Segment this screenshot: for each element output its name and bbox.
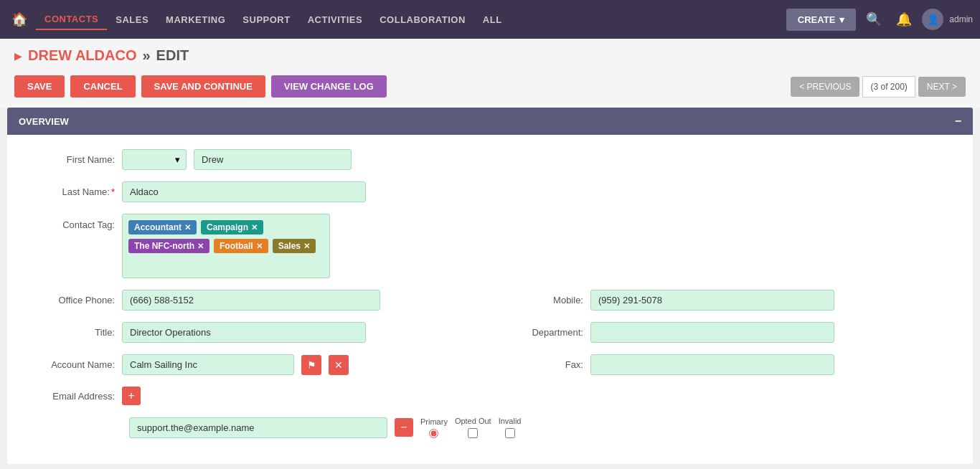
- page-header: ▶ DREW ALDACO » EDIT: [0, 39, 980, 70]
- create-label: CREATE: [798, 14, 835, 25]
- mobile-input[interactable]: [590, 290, 834, 311]
- account-row: Account Name: ⚑ ✕ Fax:: [29, 354, 951, 375]
- title-input[interactable]: [122, 322, 366, 343]
- opted-out-label: Opted Out: [455, 417, 491, 425]
- play-icon[interactable]: ▶: [14, 50, 22, 62]
- tag-sales[interactable]: Sales ✕: [273, 239, 316, 253]
- office-phone-label: Office Phone:: [29, 295, 115, 305]
- tags-container[interactable]: Accountant ✕ Campaign ✕ The NFC-north ✕ …: [122, 214, 330, 278]
- email-input[interactable]: [129, 417, 387, 438]
- invalid-group: Invalid: [499, 417, 522, 438]
- avatar-icon: 👤: [927, 14, 939, 25]
- primary-radio[interactable]: [429, 429, 438, 438]
- nav-sales[interactable]: SALES: [107, 10, 157, 29]
- last-name-row: Last Name:: [29, 181, 951, 202]
- nav-all[interactable]: ALL: [474, 10, 511, 29]
- save-button[interactable]: SAVE: [14, 75, 65, 98]
- admin-label: admin: [949, 14, 973, 24]
- pagination-area: < PREVIOUS (3 of 200) NEXT >: [791, 76, 966, 98]
- tag-accountant-label: Accountant: [134, 222, 182, 232]
- primary-radio-group: Primary: [420, 417, 448, 438]
- department-label: Department:: [497, 327, 583, 338]
- contact-tag-label: Contact Tag:: [29, 219, 115, 230]
- nav-marketing[interactable]: MARKETING: [157, 10, 234, 29]
- nav-support[interactable]: SUPPORT: [234, 10, 298, 29]
- first-name-label: First Name:: [29, 154, 115, 165]
- top-navigation: 🏠 CONTACTS SALES MARKETING SUPPORT ACTIV…: [0, 0, 980, 39]
- account-name-input[interactable]: [122, 354, 294, 375]
- tag-campaign[interactable]: Campaign ✕: [201, 220, 263, 234]
- dropdown-chevron-icon: ▾: [175, 154, 180, 165]
- fax-input[interactable]: [590, 354, 834, 375]
- collapse-icon[interactable]: −: [955, 115, 961, 128]
- title-group: Title:: [29, 322, 483, 343]
- last-name-label: Last Name:: [29, 186, 115, 197]
- view-change-log-button[interactable]: VIEW CHANGE LOG: [271, 75, 387, 98]
- nav-contacts[interactable]: CONTACTS: [36, 9, 107, 30]
- tag-nfc-north[interactable]: The NFC-north ✕: [128, 239, 209, 253]
- tag-campaign-label: Campaign: [207, 222, 248, 232]
- mobile-label: Mobile:: [497, 295, 583, 305]
- last-name-input[interactable]: [122, 181, 366, 202]
- first-name-row: First Name: ▾: [29, 149, 951, 170]
- email-input-row: − Primary Opted Out Invalid: [129, 417, 951, 438]
- tag-sales-remove[interactable]: ✕: [303, 242, 310, 251]
- tag-nfc-north-label: The NFC-north: [134, 241, 194, 251]
- overview-section: OVERVIEW − First Name: ▾ Last Name:: [7, 108, 973, 464]
- opted-out-checkbox[interactable]: [468, 428, 478, 438]
- department-input[interactable]: [590, 322, 834, 343]
- tag-sales-label: Sales: [278, 241, 301, 251]
- account-link-button[interactable]: ⚑: [301, 355, 321, 375]
- overview-title: OVERVIEW: [19, 116, 69, 127]
- notifications-icon[interactable]: 🔔: [892, 7, 916, 32]
- previous-button[interactable]: < PREVIOUS: [791, 77, 859, 97]
- contact-tag-row: Contact Tag: Accountant ✕ Campaign ✕ The…: [29, 214, 951, 278]
- tag-football-label: Football: [220, 241, 253, 251]
- fax-label: Fax:: [497, 359, 583, 370]
- breadcrumb-separator: »: [142, 47, 150, 64]
- account-name-label: Account Name:: [29, 359, 115, 370]
- remove-email-button[interactable]: −: [395, 418, 413, 437]
- tag-football[interactable]: Football ✕: [214, 239, 268, 253]
- phone-row: Office Phone: Mobile:: [29, 290, 951, 311]
- department-group: Department:: [497, 322, 951, 343]
- tag-accountant-remove[interactable]: ✕: [184, 223, 191, 232]
- title-label: Title:: [29, 327, 115, 338]
- breadcrumb-name: DREW ALDACO: [28, 47, 136, 64]
- action-bar: SAVE CANCEL SAVE AND CONTINUE VIEW CHANG…: [0, 70, 980, 108]
- save-and-continue-button[interactable]: SAVE AND CONTINUE: [141, 75, 265, 98]
- nav-right: CREATE ▾ 🔍 🔔 👤 admin: [786, 7, 973, 32]
- nav-activities[interactable]: ACTIVITIES: [299, 10, 372, 29]
- cancel-button[interactable]: CANCEL: [70, 75, 135, 98]
- opted-out-group: Opted Out: [455, 417, 491, 438]
- account-clear-button[interactable]: ✕: [329, 355, 349, 375]
- nav-collaboration[interactable]: COLLABORATION: [371, 10, 474, 29]
- title-dropdown[interactable]: ▾: [122, 149, 187, 170]
- nav-links: CONTACTS SALES MARKETING SUPPORT ACTIVIT…: [36, 9, 786, 30]
- invalid-checkbox[interactable]: [505, 428, 515, 438]
- tag-campaign-remove[interactable]: ✕: [251, 223, 258, 232]
- tag-accountant[interactable]: Accountant ✕: [128, 220, 197, 234]
- overview-header: OVERVIEW −: [7, 108, 973, 135]
- tag-nfc-north-remove[interactable]: ✕: [197, 242, 204, 251]
- title-row: Title: Department:: [29, 322, 951, 343]
- add-email-button[interactable]: +: [122, 387, 141, 405]
- search-icon[interactable]: 🔍: [862, 7, 886, 32]
- next-button[interactable]: NEXT >: [918, 77, 966, 97]
- office-phone-input[interactable]: [122, 290, 380, 311]
- email-row: Email Address: +: [29, 387, 951, 405]
- email-address-label: Email Address:: [29, 391, 115, 402]
- home-icon[interactable]: 🏠: [7, 7, 32, 32]
- pagination-info: (3 of 200): [862, 76, 915, 98]
- email-add-group: Email Address: +: [29, 387, 141, 405]
- avatar[interactable]: 👤: [922, 9, 943, 30]
- last-name-group: Last Name:: [29, 181, 366, 202]
- invalid-label: Invalid: [499, 417, 522, 425]
- overview-body: First Name: ▾ Last Name: Contact Tag:: [7, 135, 973, 464]
- create-button[interactable]: CREATE ▾: [786, 9, 856, 31]
- contact-tag-group: Contact Tag: Accountant ✕ Campaign ✕ The…: [29, 214, 330, 278]
- primary-label: Primary: [420, 417, 448, 426]
- breadcrumb-mode: EDIT: [156, 47, 189, 64]
- first-name-input[interactable]: [194, 149, 352, 170]
- tag-football-remove[interactable]: ✕: [256, 242, 263, 251]
